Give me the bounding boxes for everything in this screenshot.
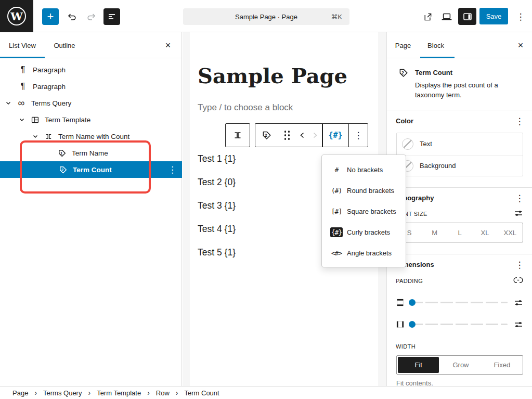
menu-item-square-brackets[interactable]: [#] Square brackets [322, 201, 406, 222]
list-view-panel: List View Outline × ¶ Paragraph ¶ Paragr… [0, 32, 182, 386]
list-item-term-name[interactable]: 1 Term Name [0, 145, 182, 161]
chevron-right-icon: › [34, 389, 37, 397]
kebab-icon: ⋮ [515, 117, 524, 126]
list-item-term-count-selected[interactable]: 2 Term Count ⋮ [0, 161, 182, 178]
text-color-row[interactable]: Text [397, 133, 523, 155]
menu-item-label: Curly brackets [347, 228, 390, 236]
slider-settings-button[interactable] [513, 298, 524, 308]
font-size-l[interactable]: L [447, 223, 472, 242]
typography-options-button[interactable]: ⋮ [513, 192, 526, 204]
background-color-row[interactable]: Background [397, 155, 523, 177]
width-help-text: Fit contents. [396, 379, 433, 386]
width-grow[interactable]: Grow [440, 356, 481, 374]
editor-top-bar: W + Sample Page · Page ⌘K Save ⋮ [0, 0, 532, 32]
list-item-term-template[interactable]: Term Template [0, 111, 182, 128]
list-item-label: Paragraph [33, 66, 66, 74]
term-row[interactable]: Test 4 {1} [198, 224, 236, 235]
breadcrumb-term-template[interactable]: Term Template [97, 389, 141, 397]
width-fixed[interactable]: Fixed [482, 356, 523, 374]
padding-vertical-icon [396, 298, 405, 307]
no-brackets-icon: # [328, 166, 345, 174]
list-item-paragraph-2[interactable]: ¶ Paragraph [0, 78, 182, 95]
tab-block[interactable]: Block [421, 32, 450, 58]
list-item-options-button[interactable]: ⋮ [168, 165, 177, 174]
close-sidebar-button[interactable]: × [514, 39, 527, 52]
breadcrumb-page[interactable]: Page [12, 389, 28, 397]
view-site-button[interactable] [419, 8, 436, 25]
dimensions-options-button[interactable]: ⋮ [513, 259, 526, 271]
block-card-description: Displays the post count of a taxonomy te… [415, 80, 508, 100]
tab-page[interactable]: Page [389, 32, 417, 58]
drag-handle[interactable] [278, 124, 296, 147]
save-button[interactable]: Save [479, 8, 508, 24]
menu-item-label: Angle brackets [347, 249, 392, 257]
tab-list-view[interactable]: List View [0, 32, 45, 58]
font-size-settings-button[interactable] [513, 208, 524, 218]
block-toolbar: 2 {#} ⋮ [255, 123, 368, 147]
unlink-sides-button[interactable] [513, 275, 524, 286]
page-title[interactable]: Sample Page [198, 63, 347, 88]
list-item-term-name-with-count[interactable]: Term Name with Count [0, 128, 182, 145]
settings-sidebar-toggle[interactable] [458, 8, 476, 25]
document-overview-button[interactable] [103, 8, 120, 25]
close-list-view-button[interactable]: × [162, 39, 174, 52]
tune-icon [513, 319, 524, 330]
divider [387, 254, 532, 254]
term-row[interactable]: Test 3 {1} [198, 200, 236, 211]
slider-thumb[interactable] [409, 299, 416, 306]
padding-horizontal-icon [396, 320, 405, 329]
font-size-picker: S M L XL XXL [396, 223, 523, 242]
laptop-icon [441, 11, 452, 22]
empty-block-placeholder[interactable]: Type / to choose a block [198, 102, 293, 113]
options-menu-button[interactable]: ⋮ [512, 8, 529, 25]
slider-track[interactable] [410, 302, 508, 303]
command-palette[interactable]: Sample Page · Page ⌘K [183, 8, 349, 25]
block-type-button[interactable]: 2 [255, 124, 278, 147]
breadcrumb-row[interactable]: Row [156, 389, 170, 397]
square-brackets-icon: [#] [328, 208, 345, 215]
chevron-down-icon[interactable] [18, 115, 26, 124]
tab-outline[interactable]: Outline [48, 32, 81, 58]
brackets-setting-button[interactable]: {#} [323, 124, 348, 147]
slider-thumb[interactable] [409, 321, 416, 328]
angle-brackets-icon: <#> [328, 249, 345, 257]
width-fit[interactable]: Fit [398, 357, 439, 373]
move-right-button[interactable] [308, 124, 322, 147]
menu-item-round-brackets[interactable]: (#) Round brackets [322, 180, 406, 201]
term-row[interactable]: Test 1 {1} [198, 153, 236, 164]
vertical-padding-control [387, 297, 532, 307]
slider-settings-button[interactable] [513, 319, 524, 330]
block-inserter-button[interactable]: + [42, 8, 59, 25]
chevron-down-icon[interactable] [4, 99, 12, 107]
slider-track[interactable] [410, 324, 508, 325]
breadcrumb-terms-query[interactable]: Terms Query [43, 389, 82, 397]
term-row[interactable]: Test 2 {0} [198, 177, 236, 188]
tune-icon [513, 208, 524, 218]
select-parent-row-button[interactable] [225, 123, 250, 147]
redo-button[interactable] [83, 8, 100, 25]
list-item-paragraph-1[interactable]: ¶ Paragraph [0, 61, 182, 78]
menu-item-angle-brackets[interactable]: <#> Angle brackets [322, 242, 406, 263]
chevron-down-icon[interactable] [31, 132, 40, 140]
wordpress-icon: W [7, 7, 26, 25]
preview-button[interactable] [438, 8, 455, 25]
menu-item-no-brackets[interactable]: # No brackets [322, 159, 406, 180]
row-icon [232, 130, 243, 140]
kebab-icon: ⋮ [515, 261, 524, 269]
command-shortcut: ⌘K [331, 13, 342, 21]
menu-item-curly-brackets-selected[interactable]: {#} Curly brackets [322, 222, 406, 242]
svg-text:1: 1 [60, 150, 63, 155]
font-size-xl[interactable]: XL [472, 223, 497, 242]
wordpress-logo-button[interactable]: W [0, 0, 33, 32]
link-off-icon [513, 275, 524, 286]
chevron-right-icon: › [176, 389, 178, 397]
list-item-terms-query[interactable]: ∞ Terms Query [0, 95, 182, 111]
font-size-m[interactable]: M [422, 223, 447, 242]
undo-button[interactable] [63, 8, 80, 25]
move-left-button[interactable] [296, 124, 308, 147]
undo-icon [67, 11, 77, 22]
block-options-button[interactable]: ⋮ [349, 124, 368, 147]
font-size-xxl[interactable]: XXL [498, 223, 523, 242]
color-options-button[interactable]: ⋮ [513, 115, 526, 127]
term-row[interactable]: Test 5 {1} [198, 247, 236, 258]
